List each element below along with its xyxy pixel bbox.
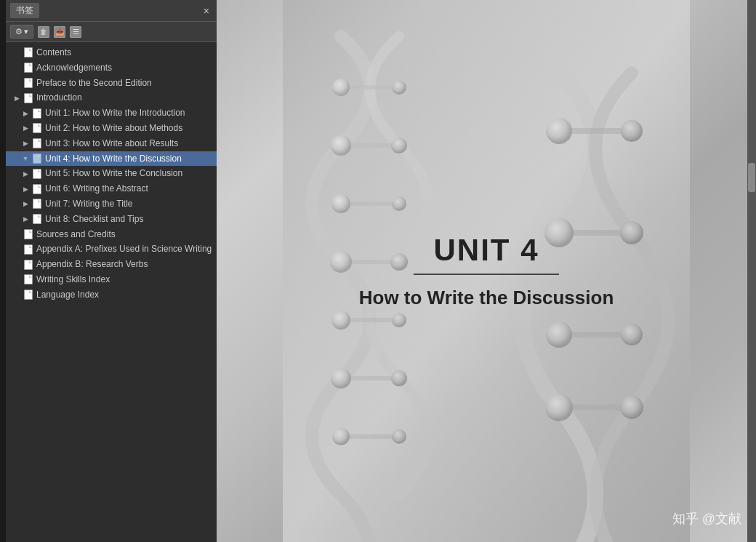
svg-point-32 bbox=[545, 394, 573, 421]
bookmark-label-unit6: Unit 6: Writing the Abstract bbox=[45, 183, 214, 195]
bookmark-item-appendix-b[interactable]: Appendix B: Research Verbs bbox=[6, 257, 217, 272]
svg-point-19 bbox=[391, 370, 407, 386]
bookmark-label-contents: Contents bbox=[36, 47, 214, 59]
doc-icon-language-index bbox=[23, 290, 33, 300]
panel-title-bar: 书签 bbox=[10, 3, 39, 18]
doc-icon-sources bbox=[23, 229, 33, 239]
unit-subtitle: How to Write the Discussion bbox=[359, 287, 614, 309]
list-icon: ☰ bbox=[73, 28, 79, 36]
expand-icon-introduction[interactable]: ▶ bbox=[12, 93, 22, 103]
expand-icon-unit3[interactable]: ▶ bbox=[20, 138, 31, 148]
doc-icon-unit2 bbox=[32, 123, 42, 133]
expand-icon-unit6[interactable]: ▶ bbox=[20, 184, 31, 194]
bookmark-label-unit1: Unit 1: How to Write the Introduction bbox=[45, 107, 214, 119]
export-button[interactable]: 📤 bbox=[54, 26, 65, 38]
bookmark-label-appendix-b: Appendix B: Research Verbs bbox=[36, 258, 214, 271]
svg-point-33 bbox=[620, 396, 643, 419]
expand-icon-acknowledgements[interactable] bbox=[12, 63, 22, 73]
bookmark-item-acknowledgements[interactable]: Acknowledgements bbox=[6, 60, 217, 76]
doc-icon-acknowledgements bbox=[23, 63, 33, 73]
left-edge bbox=[0, 0, 6, 542]
expand-icon-language-index[interactable] bbox=[12, 290, 22, 300]
watermark: 知乎 @文献 bbox=[672, 510, 741, 527]
svg-point-8 bbox=[332, 79, 350, 96]
bookmark-item-appendix-a[interactable]: Appendix A: Prefixes Used in Science Wri… bbox=[6, 242, 217, 257]
svg-point-21 bbox=[392, 429, 406, 444]
bookmark-label-unit3: Unit 3: How to Write about Results bbox=[45, 138, 214, 150]
expand-icon-unit1[interactable]: ▶ bbox=[20, 108, 31, 119]
scroll-bar[interactable] bbox=[747, 0, 756, 542]
expand-icon-unit8[interactable]: ▶ bbox=[20, 214, 31, 224]
expand-icon-unit5[interactable]: ▶ bbox=[20, 169, 31, 179]
bookmark-label-introduction: Introduction bbox=[36, 92, 214, 104]
unit-content-block: UNIT 4 How to Write the Discussion bbox=[330, 218, 643, 324]
svg-point-11 bbox=[391, 138, 407, 154]
bookmark-label-unit4: Unit 4: How to Write the Discussion bbox=[45, 153, 214, 165]
expand-icon-appendix-b[interactable] bbox=[12, 260, 22, 270]
bookmark-label-appendix-a: Appendix A: Prefixes Used in Science Wri… bbox=[36, 243, 214, 255]
bookmark-item-unit2[interactable]: ▶Unit 2: How to Write about Methods bbox=[6, 121, 217, 136]
expand-icon-unit7[interactable]: ▶ bbox=[20, 199, 31, 209]
svg-point-12 bbox=[331, 194, 350, 213]
bookmark-label-unit7: Unit 7: Writing the Title bbox=[45, 198, 214, 210]
settings-button[interactable]: ⚙ ▾ bbox=[10, 25, 33, 39]
bookmark-label-language-index: Language Index bbox=[36, 289, 214, 301]
svg-point-20 bbox=[332, 428, 350, 445]
panel-header: 书签 × bbox=[6, 0, 217, 22]
doc-icon-contents bbox=[23, 47, 33, 57]
svg-point-30 bbox=[546, 322, 572, 348]
doc-icon-introduction bbox=[23, 93, 33, 103]
doc-icon-appendix-a bbox=[23, 244, 33, 255]
expand-icon-unit2[interactable]: ▶ bbox=[20, 123, 31, 133]
svg-point-9 bbox=[392, 80, 406, 95]
bookmark-label-unit5: Unit 5: How to Write the Conclusion bbox=[45, 167, 214, 180]
bookmark-item-unit6[interactable]: ▶Unit 6: Writing the Abstract bbox=[6, 181, 217, 196]
svg-point-13 bbox=[392, 196, 406, 211]
bookmarks-tab[interactable]: 书签 bbox=[10, 3, 39, 18]
doc-icon-unit7 bbox=[32, 199, 42, 209]
bookmark-item-unit8[interactable]: ▶Unit 8: Checklist and Tips bbox=[6, 212, 217, 227]
bookmark-item-unit4[interactable]: ▼Unit 4: How to Write the Discussion bbox=[6, 151, 217, 167]
doc-icon-writing-index bbox=[23, 274, 33, 284]
expand-icon-unit4[interactable]: ▼ bbox=[20, 154, 31, 164]
doc-icon-unit8 bbox=[32, 214, 42, 224]
bookmark-item-unit1[interactable]: ▶Unit 1: How to Write the Introduction bbox=[6, 105, 217, 121]
bookmark-label-unit2: Unit 2: How to Write about Methods bbox=[45, 122, 214, 135]
expand-icon-preface[interactable] bbox=[12, 78, 22, 88]
doc-icon-unit5 bbox=[32, 169, 42, 179]
doc-icon-unit1 bbox=[32, 108, 42, 119]
delete-button[interactable]: 🗑 bbox=[38, 26, 49, 38]
bookmark-item-unit3[interactable]: ▶Unit 3: How to Write about Results bbox=[6, 136, 217, 151]
close-button[interactable]: × bbox=[201, 5, 212, 17]
options-button[interactable]: ☰ bbox=[70, 26, 81, 38]
bookmarks-list: ContentsAcknowledgementsPreface to the S… bbox=[6, 42, 217, 542]
bookmarks-toolbar: ⚙ ▾ 🗑 📤 ☰ bbox=[6, 22, 217, 42]
bookmark-item-unit7[interactable]: ▶Unit 7: Writing the Title bbox=[6, 196, 217, 212]
bookmark-item-introduction[interactable]: ▶Introduction bbox=[6, 90, 217, 105]
bookmark-label-writing-index: Writing Skills Index bbox=[36, 274, 214, 286]
doc-icon-unit3 bbox=[32, 138, 42, 148]
gear-icon: ⚙ bbox=[15, 27, 23, 36]
bookmark-item-language-index[interactable]: Language Index bbox=[6, 287, 217, 303]
bookmark-item-writing-index[interactable]: Writing Skills Index bbox=[6, 272, 217, 287]
svg-point-26 bbox=[546, 118, 572, 144]
bookmark-item-preface[interactable]: Preface to the Second Edition bbox=[6, 76, 217, 91]
expand-icon-appendix-a[interactable] bbox=[12, 244, 22, 255]
expand-icon-sources[interactable] bbox=[12, 229, 22, 239]
expand-icon-writing-index[interactable] bbox=[12, 274, 22, 284]
expand-icon-contents[interactable] bbox=[12, 47, 22, 57]
bookmark-item-contents[interactable]: Contents bbox=[6, 45, 217, 60]
doc-icon-unit4 bbox=[32, 154, 42, 164]
scroll-thumb[interactable] bbox=[748, 163, 755, 192]
bookmark-item-sources[interactable]: Sources and Credits bbox=[6, 227, 217, 242]
svg-point-27 bbox=[621, 120, 643, 142]
svg-point-18 bbox=[331, 368, 351, 388]
bookmark-label-acknowledgements: Acknowledgements bbox=[36, 62, 214, 74]
bookmarks-panel: 书签 × ⚙ ▾ 🗑 📤 ☰ ContentsAcknowledgementsP… bbox=[6, 0, 217, 542]
dropdown-arrow-icon: ▾ bbox=[24, 27, 28, 36]
bookmark-item-unit5[interactable]: ▶Unit 5: How to Write the Conclusion bbox=[6, 166, 217, 181]
svg-point-31 bbox=[621, 324, 643, 346]
doc-icon-unit6 bbox=[32, 184, 42, 194]
bookmark-label-unit8: Unit 8: Checklist and Tips bbox=[45, 213, 214, 226]
bookmark-label-sources: Sources and Credits bbox=[36, 228, 214, 241]
